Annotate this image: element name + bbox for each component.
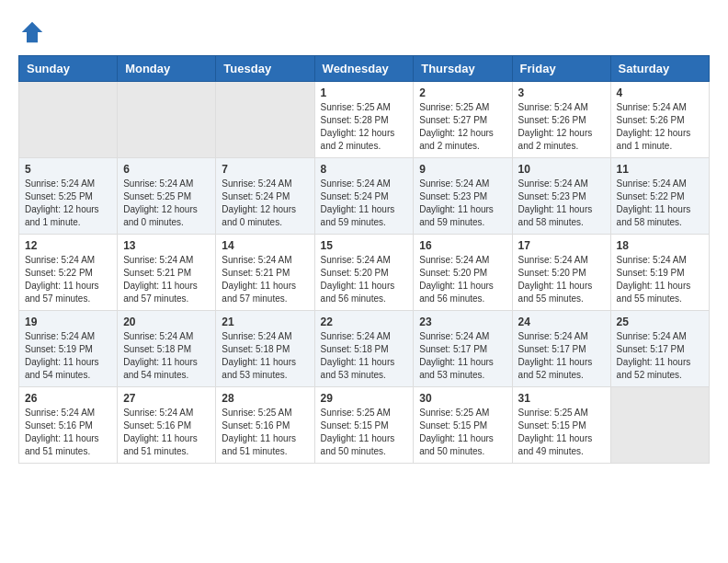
calendar-cell: 10Sunrise: 5:24 AMSunset: 5:23 PMDayligh…	[512, 158, 610, 235]
day-info: Sunrise: 5:24 AMSunset: 5:25 PMDaylight:…	[25, 178, 111, 229]
day-info: Sunrise: 5:24 AMSunset: 5:23 PMDaylight:…	[518, 178, 605, 229]
day-info: Sunrise: 5:24 AMSunset: 5:24 PMDaylight:…	[222, 178, 308, 229]
day-number: 28	[222, 392, 308, 405]
day-number: 8	[321, 163, 408, 176]
calendar-cell: 7Sunrise: 5:24 AMSunset: 5:24 PMDaylight…	[216, 158, 314, 235]
day-info: Sunrise: 5:24 AMSunset: 5:19 PMDaylight:…	[25, 330, 111, 382]
calendar-cell	[610, 387, 709, 464]
day-number: 19	[25, 316, 111, 328]
day-number: 17	[518, 239, 605, 252]
day-info: Sunrise: 5:24 AMSunset: 5:20 PMDaylight:…	[321, 254, 408, 305]
column-header-monday: Monday	[118, 56, 216, 82]
calendar-header-row: SundayMondayTuesdayWednesdayThursdayFrid…	[19, 56, 710, 82]
day-number: 21	[222, 316, 308, 328]
day-number: 22	[321, 316, 408, 328]
day-number: 29	[321, 392, 408, 405]
day-info: Sunrise: 5:25 AMSunset: 5:15 PMDaylight:…	[321, 407, 408, 458]
calendar-cell: 20Sunrise: 5:24 AMSunset: 5:18 PMDayligh…	[118, 311, 216, 387]
day-info: Sunrise: 5:25 AMSunset: 5:28 PMDaylight:…	[321, 101, 408, 153]
calendar-week-row: 1Sunrise: 5:25 AMSunset: 5:28 PMDaylight…	[19, 82, 710, 158]
calendar-cell: 17Sunrise: 5:24 AMSunset: 5:20 PMDayligh…	[512, 235, 610, 311]
day-info: Sunrise: 5:25 AMSunset: 5:27 PMDaylight:…	[419, 101, 506, 153]
day-info: Sunrise: 5:24 AMSunset: 5:22 PMDaylight:…	[617, 178, 703, 229]
logo	[18, 18, 50, 46]
column-header-tuesday: Tuesday	[216, 56, 314, 82]
calendar-cell: 30Sunrise: 5:25 AMSunset: 5:15 PMDayligh…	[414, 387, 512, 464]
column-header-thursday: Thursday	[414, 56, 512, 82]
day-info: Sunrise: 5:24 AMSunset: 5:20 PMDaylight:…	[419, 254, 506, 305]
day-info: Sunrise: 5:24 AMSunset: 5:18 PMDaylight:…	[222, 330, 308, 382]
day-info: Sunrise: 5:24 AMSunset: 5:17 PMDaylight:…	[518, 330, 605, 382]
day-number: 24	[518, 316, 605, 328]
day-info: Sunrise: 5:24 AMSunset: 5:26 PMDaylight:…	[617, 101, 703, 153]
calendar-cell: 15Sunrise: 5:24 AMSunset: 5:20 PMDayligh…	[314, 235, 414, 311]
day-number: 6	[123, 163, 210, 176]
day-info: Sunrise: 5:25 AMSunset: 5:15 PMDaylight:…	[518, 407, 605, 458]
day-number: 23	[419, 316, 506, 328]
day-info: Sunrise: 5:25 AMSunset: 5:16 PMDaylight:…	[222, 407, 308, 458]
day-info: Sunrise: 5:24 AMSunset: 5:24 PMDaylight:…	[321, 178, 408, 229]
day-number: 5	[25, 163, 111, 176]
day-number: 4	[617, 86, 703, 99]
calendar-cell: 25Sunrise: 5:24 AMSunset: 5:17 PMDayligh…	[610, 311, 709, 387]
calendar-cell: 24Sunrise: 5:24 AMSunset: 5:17 PMDayligh…	[512, 311, 610, 387]
day-info: Sunrise: 5:24 AMSunset: 5:21 PMDaylight:…	[222, 254, 308, 305]
calendar-cell: 8Sunrise: 5:24 AMSunset: 5:24 PMDaylight…	[314, 158, 414, 235]
calendar-cell: 31Sunrise: 5:25 AMSunset: 5:15 PMDayligh…	[512, 387, 610, 464]
calendar-cell: 22Sunrise: 5:24 AMSunset: 5:18 PMDayligh…	[314, 311, 414, 387]
calendar-cell: 14Sunrise: 5:24 AMSunset: 5:21 PMDayligh…	[216, 235, 314, 311]
calendar-cell: 19Sunrise: 5:24 AMSunset: 5:19 PMDayligh…	[19, 311, 118, 387]
calendar-cell	[19, 82, 118, 158]
logo-icon	[18, 18, 46, 46]
calendar-cell	[216, 82, 314, 158]
day-info: Sunrise: 5:24 AMSunset: 5:22 PMDaylight:…	[25, 254, 111, 305]
day-info: Sunrise: 5:24 AMSunset: 5:17 PMDaylight:…	[419, 330, 506, 382]
calendar-cell: 5Sunrise: 5:24 AMSunset: 5:25 PMDaylight…	[19, 158, 118, 235]
calendar-cell: 21Sunrise: 5:24 AMSunset: 5:18 PMDayligh…	[216, 311, 314, 387]
calendar-cell: 16Sunrise: 5:24 AMSunset: 5:20 PMDayligh…	[414, 235, 512, 311]
svg-marker-0	[22, 22, 43, 43]
day-number: 15	[321, 239, 408, 252]
day-number: 9	[419, 163, 506, 176]
day-info: Sunrise: 5:24 AMSunset: 5:26 PMDaylight:…	[518, 101, 605, 153]
day-info: Sunrise: 5:24 AMSunset: 5:18 PMDaylight:…	[123, 330, 210, 382]
calendar-cell: 13Sunrise: 5:24 AMSunset: 5:21 PMDayligh…	[118, 235, 216, 311]
calendar-cell: 1Sunrise: 5:25 AMSunset: 5:28 PMDaylight…	[314, 82, 414, 158]
day-info: Sunrise: 5:24 AMSunset: 5:16 PMDaylight:…	[123, 407, 210, 458]
day-info: Sunrise: 5:24 AMSunset: 5:18 PMDaylight:…	[321, 330, 408, 382]
column-header-sunday: Sunday	[19, 56, 118, 82]
day-number: 2	[419, 86, 506, 99]
day-info: Sunrise: 5:24 AMSunset: 5:23 PMDaylight:…	[419, 178, 506, 229]
calendar: SundayMondayTuesdayWednesdayThursdayFrid…	[18, 55, 710, 464]
day-info: Sunrise: 5:24 AMSunset: 5:17 PMDaylight:…	[617, 330, 703, 382]
calendar-cell: 4Sunrise: 5:24 AMSunset: 5:26 PMDaylight…	[610, 82, 709, 158]
calendar-cell: 9Sunrise: 5:24 AMSunset: 5:23 PMDaylight…	[414, 158, 512, 235]
day-info: Sunrise: 5:24 AMSunset: 5:25 PMDaylight:…	[123, 178, 210, 229]
day-number: 25	[617, 316, 703, 328]
day-info: Sunrise: 5:24 AMSunset: 5:16 PMDaylight:…	[25, 407, 111, 458]
header	[18, 18, 710, 46]
calendar-week-row: 12Sunrise: 5:24 AMSunset: 5:22 PMDayligh…	[19, 235, 710, 311]
calendar-cell: 12Sunrise: 5:24 AMSunset: 5:22 PMDayligh…	[19, 235, 118, 311]
day-number: 18	[617, 239, 703, 252]
day-number: 7	[222, 163, 308, 176]
day-number: 16	[419, 239, 506, 252]
day-number: 30	[419, 392, 506, 405]
day-number: 13	[123, 239, 210, 252]
day-info: Sunrise: 5:24 AMSunset: 5:20 PMDaylight:…	[518, 254, 605, 305]
calendar-cell: 29Sunrise: 5:25 AMSunset: 5:15 PMDayligh…	[314, 387, 414, 464]
column-header-friday: Friday	[512, 56, 610, 82]
calendar-cell: 23Sunrise: 5:24 AMSunset: 5:17 PMDayligh…	[414, 311, 512, 387]
calendar-cell: 3Sunrise: 5:24 AMSunset: 5:26 PMDaylight…	[512, 82, 610, 158]
day-number: 14	[222, 239, 308, 252]
calendar-cell: 18Sunrise: 5:24 AMSunset: 5:19 PMDayligh…	[610, 235, 709, 311]
day-info: Sunrise: 5:24 AMSunset: 5:19 PMDaylight:…	[617, 254, 703, 305]
day-number: 26	[25, 392, 111, 405]
day-info: Sunrise: 5:25 AMSunset: 5:15 PMDaylight:…	[419, 407, 506, 458]
day-number: 3	[518, 86, 605, 99]
day-number: 31	[518, 392, 605, 405]
column-header-saturday: Saturday	[610, 56, 709, 82]
calendar-cell: 11Sunrise: 5:24 AMSunset: 5:22 PMDayligh…	[610, 158, 709, 235]
calendar-cell	[118, 82, 216, 158]
calendar-cell: 27Sunrise: 5:24 AMSunset: 5:16 PMDayligh…	[118, 387, 216, 464]
